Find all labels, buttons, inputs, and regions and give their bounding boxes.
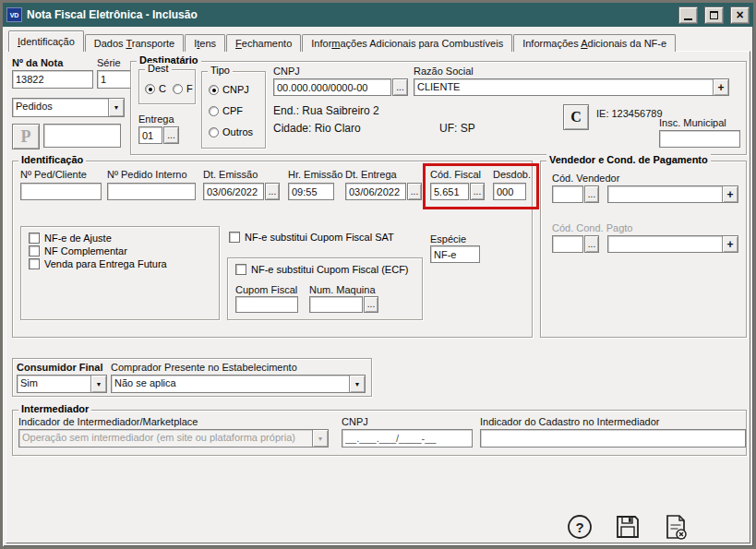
- dt-entrega-input[interactable]: [345, 183, 406, 200]
- maximize-button[interactable]: [704, 6, 724, 24]
- ped-cliente-input[interactable]: [20, 183, 102, 200]
- dest-radio-c[interactable]: C: [145, 83, 166, 94]
- close-icon: ×: [736, 8, 743, 21]
- especie-input[interactable]: [430, 245, 480, 263]
- radio-icon: [209, 127, 219, 137]
- cnpj-lookup-button[interactable]: ...: [392, 78, 408, 96]
- intermediador-cnpj-label: CNPJ: [342, 416, 368, 427]
- hr-emissao-input[interactable]: [288, 183, 334, 200]
- consumidor-final-combo[interactable]: Sim ▼: [17, 375, 107, 393]
- pedido-interno-label: Nº Pedido Interno: [107, 169, 187, 180]
- desdob-input[interactable]: [493, 183, 526, 200]
- tipo-radio-outros-label: Outros: [222, 126, 253, 137]
- checkbox-substitui-ecf[interactable]: NF-e substitui Cupom Fiscal (ECF): [235, 264, 409, 275]
- tab-dados-transporte[interactable]: Dados Transporte: [85, 34, 184, 52]
- cnpj-input[interactable]: [273, 78, 391, 96]
- checkbox-icon: [29, 233, 40, 244]
- minimize-button[interactable]: [678, 6, 698, 24]
- destinatario-group: Destinatário Dest C F Entrega ... Tipo: [130, 61, 747, 155]
- cod-fiscal-label: Cód. Fiscal: [430, 169, 481, 180]
- vendedor-combo[interactable]: +: [607, 185, 738, 203]
- cod-fiscal-lookup-button[interactable]: ...: [470, 183, 485, 200]
- cod-vendedor-input[interactable]: [552, 185, 583, 203]
- intermediador-group: Intermediador Indicador de Intermediador…: [12, 410, 747, 456]
- save-icon: [614, 513, 642, 541]
- entrega-input[interactable]: [138, 126, 162, 144]
- cod-cond-pagto-input[interactable]: [552, 235, 583, 253]
- especie-label: Espécie: [430, 233, 466, 245]
- ped-cliente-label: Nº Ped/Cliente: [20, 169, 87, 180]
- close-button[interactable]: ×: [730, 6, 750, 24]
- checkbox-substitui-sat[interactable]: NF-e substitui Cupom Fiscal SAT: [229, 232, 394, 243]
- tipo-group: Tipo CNPJ CPF Outros: [201, 71, 266, 149]
- dt-emissao-input[interactable]: [203, 183, 264, 200]
- dest-radio-f-label: F: [186, 83, 193, 94]
- minimize-icon: [684, 18, 692, 20]
- checkbox-venda-entrega-futura-label: Venda para Entrega Futura: [44, 258, 167, 269]
- cond-pagto-combo[interactable]: +: [607, 235, 738, 253]
- dt-entrega-calendar-button[interactable]: ...: [407, 183, 422, 200]
- radio-icon: [173, 84, 183, 94]
- tipo-radio-cnpj[interactable]: CNPJ: [209, 84, 249, 95]
- save-button[interactable]: [614, 513, 642, 541]
- insc-municipal-input[interactable]: [659, 130, 740, 148]
- consumidor-final-label: Consumidor Final: [17, 362, 103, 373]
- cupom-fiscal-input[interactable]: [235, 296, 298, 313]
- pedidos-combo[interactable]: Pedidos ▼: [12, 98, 125, 117]
- tab-informacoes-adicionais-para-combustiveis[interactable]: Informações Adicionais para Combustíveis: [302, 34, 512, 52]
- title-bar: VD Nota Fiscal Eletrônica - Inclusão ×: [3, 3, 753, 27]
- dest-radio-f[interactable]: F: [173, 83, 193, 94]
- pedido-interno-input[interactable]: [107, 183, 196, 200]
- chevron-down-icon[interactable]: ▼: [108, 99, 124, 116]
- nota-input[interactable]: [12, 70, 93, 89]
- checkbox-venda-entrega-futura[interactable]: Venda para Entrega Futura: [29, 258, 167, 269]
- chevron-down-icon[interactable]: ▼: [90, 376, 106, 392]
- cond-pagto-add-icon[interactable]: +: [722, 236, 738, 252]
- tab-informacoes-adicionais-da-nf-e[interactable]: Informações Adicionais da NF-e: [513, 34, 676, 52]
- razao-social-combo[interactable]: CLIENTE +: [414, 78, 729, 96]
- vendedor-group-title: Vendedor e Cond. de Pagamento: [546, 154, 711, 165]
- p-button[interactable]: P: [12, 124, 40, 149]
- identificacao-tab-panel: Nº da Nota Série Pedidos ▼ P Destinatári…: [6, 51, 750, 543]
- help-button[interactable]: ?: [566, 513, 594, 541]
- razao-social-value: CLIENTE: [414, 79, 713, 95]
- comprador-presente-combo[interactable]: Não se aplica ▼: [111, 375, 366, 393]
- cod-cond-pagto-lookup-button[interactable]: ...: [584, 235, 599, 253]
- dt-emissao-label: Dt. Emissão: [203, 169, 258, 180]
- p-side-input[interactable]: [43, 124, 121, 148]
- serie-label: Série: [97, 57, 121, 68]
- cod-fiscal-input[interactable]: [430, 183, 469, 200]
- radio-selected-icon: [145, 84, 155, 94]
- tipo-radio-cpf[interactable]: CPF: [209, 105, 243, 116]
- tab-identificacao[interactable]: Identificação: [8, 30, 84, 52]
- tipo-radio-outros[interactable]: Outros: [209, 126, 253, 137]
- chevron-down-icon[interactable]: ▼: [312, 430, 328, 447]
- intermediador-cnpj-input[interactable]: [342, 429, 473, 448]
- checkbox-nfe-ajuste[interactable]: NF-e de Ajuste: [29, 233, 112, 244]
- tab-itens[interactable]: Itens: [185, 34, 225, 52]
- checkbox-substitui-sat-label: NF-e substitui Cupom Fiscal SAT: [245, 232, 394, 243]
- num-maquina-lookup-button[interactable]: ...: [364, 296, 378, 313]
- desdob-label: Desdob.: [493, 169, 531, 180]
- vendedor-add-icon[interactable]: +: [722, 186, 738, 202]
- serie-input[interactable]: [97, 70, 132, 89]
- cod-cond-pagto-label: Cód. Cond. Pagto: [552, 222, 632, 233]
- indicador-intermediador-combo[interactable]: Operação sem intermediador (em site ou p…: [18, 429, 329, 448]
- tab-strip: IdentificaçãoDados TransporteItensFecham…: [8, 31, 748, 52]
- indicador-cadastro-input[interactable]: [480, 429, 746, 448]
- intermediador-group-title: Intermediador: [18, 403, 91, 414]
- cancel-button[interactable]: [662, 513, 690, 541]
- razao-social-add-icon[interactable]: +: [713, 79, 728, 95]
- radio-selected-icon: [209, 85, 219, 95]
- tab-fechamento[interactable]: Fechamento: [226, 34, 301, 52]
- cod-vendedor-lookup-button[interactable]: ...: [584, 185, 599, 203]
- identificacao-group: Identificação Nº Ped/Cliente Nº Pedido I…: [12, 161, 533, 338]
- c-button[interactable]: C: [563, 104, 589, 130]
- num-maquina-input[interactable]: [309, 296, 363, 313]
- chevron-down-icon[interactable]: ▼: [349, 376, 365, 392]
- entrega-lookup-button[interactable]: ...: [163, 126, 179, 144]
- endereco-text: End.: Rua Saibreiro 2: [273, 104, 379, 117]
- checkbox-nf-complementar[interactable]: NF Complementar: [29, 245, 127, 257]
- tipo-radio-cnpj-label: CNPJ: [222, 84, 249, 95]
- dt-emissao-calendar-button[interactable]: ...: [265, 183, 280, 200]
